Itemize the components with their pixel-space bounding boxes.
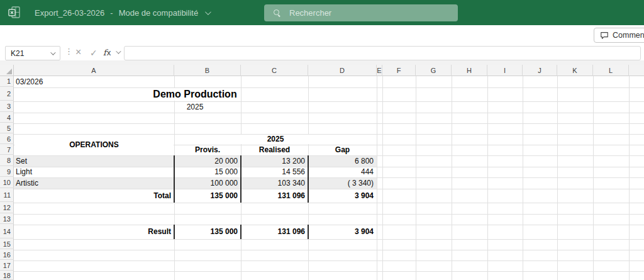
document-title[interactable]: Export_26-03-2026 - Mode de compatibilit… [35, 0, 209, 25]
formula-bar: K21 ⋮ × ✓ fx [0, 45, 644, 60]
row-header-14[interactable]: 14 [0, 225, 14, 238]
gridline [14, 260, 644, 261]
cell-A3[interactable]: 2025 [101, 101, 289, 113]
cell-D7[interactable]: Gap [308, 145, 377, 155]
ribbon-tabs [0, 25, 644, 45]
cell-A1[interactable]: 03/2026 [14, 76, 174, 87]
gridline [14, 250, 644, 250]
column-header-I[interactable]: I [487, 65, 523, 76]
cell-C9[interactable]: 14 556 [241, 167, 308, 177]
cell-B8[interactable]: 20 000 [174, 155, 241, 167]
row-header-15[interactable]: 15 [0, 239, 14, 249]
gridline [14, 123, 644, 124]
chevron-down-icon [205, 9, 211, 15]
enter-icon[interactable]: ✓ [90, 46, 97, 60]
column-header-K[interactable]: K [557, 65, 593, 76]
row-header-6[interactable]: 6 [0, 134, 14, 144]
cell-C8[interactable]: 13 200 [241, 155, 308, 167]
column-header-D[interactable]: D [308, 65, 377, 76]
column-header-L[interactable]: L [593, 65, 629, 76]
row-header-10[interactable]: 10 [0, 177, 14, 188]
cell-C10[interactable]: 103 340 [241, 177, 308, 189]
more-options-icon: ⋮ [65, 47, 73, 56]
gridline [14, 203, 644, 203]
cell-C14[interactable]: 131 096 [241, 225, 308, 239]
select-all-triangle [6, 69, 12, 74]
row-header-13[interactable]: 13 [0, 214, 14, 224]
formula-bar-divider [0, 60, 644, 65]
column-header-E[interactable]: E [377, 65, 382, 76]
column-header-H[interactable]: H [452, 65, 487, 76]
cell-D14[interactable]: 3 904 [308, 225, 377, 239]
row-header-8[interactable]: 8 [0, 155, 14, 166]
chevron-down-icon [50, 50, 55, 55]
column-header-C[interactable]: C [241, 65, 308, 76]
row-header-5[interactable]: 5 [0, 123, 14, 133]
select-all-corner[interactable] [0, 65, 14, 76]
cell-C7[interactable]: Realised [241, 145, 308, 155]
comment-icon [600, 31, 609, 40]
ribbon-tab-bar: Commentaires [0, 25, 644, 45]
row-header-18[interactable]: 18 [0, 271, 14, 280]
search-placeholder: Rechercher [289, 8, 331, 18]
cell-D11[interactable]: 3 904 [308, 189, 377, 203]
column-header-G[interactable]: G [416, 65, 452, 76]
gridline [14, 239, 644, 240]
search-icon [274, 9, 280, 16]
cell-B7[interactable]: Provis. [174, 145, 241, 155]
comments-button[interactable]: Commentaires [594, 28, 644, 43]
cancel-icon[interactable]: × [75, 45, 81, 59]
row-header-17[interactable]: 17 [0, 260, 14, 271]
cell-A8[interactable]: Set [14, 155, 174, 167]
cell-B11[interactable]: 135 000 [174, 189, 241, 203]
cell-D10[interactable]: ( 3 340) [308, 177, 377, 189]
row-header-9[interactable]: 9 [0, 167, 14, 177]
column-header-J[interactable]: J [523, 65, 557, 76]
column-header-B[interactable]: B [174, 65, 241, 76]
insert-function-icon[interactable]: fx [103, 46, 111, 59]
cell-A9[interactable]: Light [14, 167, 174, 177]
cell-B14[interactable]: 135 000 [174, 225, 241, 239]
row-header-3[interactable]: 3 [0, 101, 14, 112]
row-header-12[interactable]: 12 [0, 203, 14, 213]
column-header-A[interactable]: A [14, 65, 174, 76]
row-header-16[interactable]: 16 [0, 250, 14, 260]
name-box[interactable]: K21 [5, 46, 60, 60]
cell-D8[interactable]: 6 800 [308, 155, 377, 167]
excel-window: ABCDEFGHIJKL1234567891011121314151617180… [0, 0, 644, 280]
search-box[interactable]: Rechercher [264, 4, 458, 21]
chevron-down-icon [116, 48, 121, 53]
compatibility-mode-label: Mode de compatibilité [119, 8, 198, 18]
excel-app-icon[interactable] [8, 6, 21, 20]
name-box-value: K21 [11, 49, 50, 58]
row-header-4[interactable]: 4 [0, 113, 14, 123]
row-header-11[interactable]: 11 [0, 189, 14, 202]
gridline [14, 214, 644, 215]
cell-A10[interactable]: Artistic [14, 177, 174, 189]
cell-A6[interactable]: OPERATIONS [14, 134, 174, 155]
titlebar: Export_26-03-2026 - Mode de compatibilit… [0, 0, 644, 25]
comments-button-label: Commentaires [613, 31, 644, 40]
row-header-2[interactable]: 2 [0, 87, 14, 101]
cell-A2[interactable]: Demo Production [101, 87, 289, 101]
cell-D9[interactable]: 444 [308, 167, 377, 177]
gridline [14, 271, 644, 272]
title-separator: - [110, 8, 113, 18]
cell-B6[interactable]: 2025 [174, 134, 377, 145]
formula-input[interactable] [124, 46, 641, 60]
row-header-7[interactable]: 7 [0, 145, 14, 155]
gridline [14, 113, 644, 113]
document-name: Export_26-03-2026 [35, 8, 104, 18]
cell-B9[interactable]: 15 000 [174, 167, 241, 177]
row-header-1[interactable]: 1 [0, 76, 14, 87]
cell-A14[interactable]: Result [14, 225, 174, 239]
column-header-F[interactable]: F [382, 65, 416, 76]
cell-C11[interactable]: 131 096 [241, 189, 308, 203]
cell-A11[interactable]: Total [14, 189, 174, 203]
cell-B10[interactable]: 100 000 [174, 177, 241, 189]
